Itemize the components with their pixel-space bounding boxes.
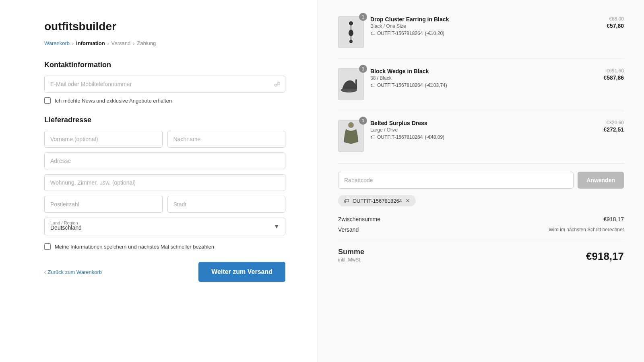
discount-code-2: OUTFIT-1567818264 bbox=[377, 82, 423, 88]
country-wrapper: Land / Region Deutschland ▼ bbox=[44, 218, 285, 235]
newsletter-checkbox[interactable] bbox=[44, 97, 51, 104]
tag-icon-2: 🏷 bbox=[370, 82, 375, 88]
final-price-2: €587,86 bbox=[603, 74, 624, 81]
contact-section-title: Kontaktinformation bbox=[44, 61, 285, 69]
continue-button[interactable]: Weiter zum Versand bbox=[198, 262, 285, 282]
chevron-left-icon: ‹ bbox=[44, 269, 46, 275]
newsletter-label: Ich möchte News und exklusive Angebote e… bbox=[55, 98, 172, 104]
newsletter-row: Ich möchte News und exklusive Angebote e… bbox=[44, 97, 285, 104]
versand-note: Wird im nächsten Schritt berechnet bbox=[549, 227, 624, 232]
order-item: 1 Belted Surplus Dress Large / Olive 🏷 O… bbox=[338, 120, 624, 152]
breadcrumb-sep-1: › bbox=[72, 41, 74, 46]
name-row bbox=[44, 131, 285, 152]
rabatt-input[interactable] bbox=[338, 172, 574, 189]
svg-point-7 bbox=[348, 122, 354, 128]
item-details-1: Drop Cluster Earring in Black Black / On… bbox=[370, 16, 600, 36]
breadcrumb: Warenkorb › Information › Versand › Zahl… bbox=[44, 40, 285, 46]
item-image-earring bbox=[338, 16, 364, 48]
left-panel: outfitsbuilder Warenkorb › Information ›… bbox=[0, 0, 318, 362]
items-container: 1 Drop Cluster Earring in Black Black / … bbox=[338, 16, 624, 152]
lastname-input[interactable] bbox=[167, 131, 286, 148]
breadcrumb-zahlung: Zahlung bbox=[137, 40, 156, 46]
tag-icon-3: 🏷 bbox=[370, 134, 375, 140]
save-info-checkbox[interactable] bbox=[44, 243, 51, 250]
item-prices-1: €68,00 €57,80 bbox=[607, 16, 624, 29]
chevron-down-icon: ▼ bbox=[274, 223, 279, 230]
svg-rect-6 bbox=[355, 79, 357, 89]
address-section-title: Lieferadresse bbox=[44, 116, 285, 124]
discount-amount-2: (-€103,74) bbox=[425, 82, 447, 88]
bottom-actions: ‹ Zurück zum Warenkorb Weiter zum Versan… bbox=[44, 262, 285, 282]
divider-1 bbox=[338, 163, 624, 164]
tag-icon-1: 🏷 bbox=[370, 31, 375, 36]
item-image-dress bbox=[338, 120, 364, 152]
svg-point-0 bbox=[349, 21, 353, 25]
item-badge-2: 1 bbox=[359, 65, 367, 73]
contact-icon: ☍ bbox=[274, 80, 281, 88]
apartment-input[interactable] bbox=[44, 174, 285, 191]
item-prices-2: €691,60 €587,86 bbox=[603, 68, 624, 81]
coupon-code: OUTFIT-1567818264 bbox=[353, 198, 402, 204]
city-input[interactable] bbox=[167, 196, 286, 213]
item-discount-3: 🏷 OUTFIT-1567818264 (-€48,09) bbox=[370, 134, 597, 140]
versand-row: Versand Wird im nächsten Schritt berechn… bbox=[338, 226, 624, 233]
anwenden-button[interactable]: Anwenden bbox=[578, 172, 624, 189]
original-price-3: €320,60 bbox=[603, 120, 624, 125]
discount-code-1: OUTFIT-1567818264 bbox=[377, 31, 423, 36]
right-panel: 1 Drop Cluster Earring in Black Black / … bbox=[318, 0, 644, 362]
breadcrumb-warenkorb[interactable]: Warenkorb bbox=[44, 40, 70, 46]
item-image-wrapper: 1 bbox=[338, 16, 364, 48]
item-badge-3: 1 bbox=[359, 117, 367, 125]
coupon-remove-button[interactable]: ✕ bbox=[405, 198, 410, 204]
back-link[interactable]: ‹ Zurück zum Warenkorb bbox=[44, 269, 102, 275]
original-price-2: €691,60 bbox=[603, 68, 624, 74]
discount-amount-1: (-€10,20) bbox=[425, 31, 444, 36]
zwischensumme-label: Zwischensumme bbox=[338, 216, 380, 222]
coupon-tag: 🏷 OUTFIT-1567818264 ✕ bbox=[338, 195, 416, 206]
final-price-3: €272,51 bbox=[603, 126, 624, 133]
item-details-2: Block Wedge in Black 38 / Black 🏷 OUTFIT… bbox=[370, 68, 597, 88]
item-variant-2: 38 / Black bbox=[370, 75, 597, 81]
order-item: 1 Drop Cluster Earring in Black Black / … bbox=[338, 16, 624, 58]
original-price-1: €68,00 bbox=[607, 16, 624, 22]
final-price-1: €57,80 bbox=[607, 23, 624, 29]
save-info-label: Meine Informationen speichern und nächst… bbox=[55, 244, 214, 250]
total-label-wrapper: Summe inkl. MwSt. bbox=[338, 248, 364, 263]
item-name-2: Block Wedge in Black bbox=[370, 68, 597, 74]
svg-point-2 bbox=[349, 30, 353, 36]
brand-title: outfitsbuilder bbox=[44, 20, 285, 33]
order-item: 1 Block Wedge in Black 38 / Black 🏷 OUTF… bbox=[338, 68, 624, 110]
breadcrumb-versand: Versand bbox=[111, 40, 131, 46]
email-wrapper: ☍ bbox=[44, 76, 285, 93]
summe-sublabel: inkl. MwSt. bbox=[338, 257, 364, 263]
save-info-row: Meine Informationen speichern und nächst… bbox=[44, 243, 285, 250]
item-name-3: Belted Surplus Dress bbox=[370, 120, 597, 126]
summe-value: €918,17 bbox=[586, 250, 624, 263]
breadcrumb-sep-3: › bbox=[133, 41, 134, 46]
country-value: Deutschland bbox=[50, 220, 269, 231]
item-discount-1: 🏷 OUTFIT-1567818264 (-€10,20) bbox=[370, 31, 600, 36]
discount-amount-3: (-€48,09) bbox=[425, 134, 444, 140]
postcode-input[interactable] bbox=[44, 196, 163, 213]
breadcrumb-information[interactable]: Information bbox=[76, 40, 105, 46]
email-input[interactable] bbox=[44, 76, 285, 93]
item-image-wrapper: 1 bbox=[338, 120, 364, 152]
item-discount-2: 🏷 OUTFIT-1567818264 (-€103,74) bbox=[370, 82, 597, 88]
item-name-1: Drop Cluster Earring in Black bbox=[370, 16, 600, 23]
firstname-input[interactable] bbox=[44, 131, 163, 148]
zwischensumme-value: €918,17 bbox=[603, 216, 624, 222]
address-section: Lieferadresse Land / Region Deutschland … bbox=[44, 116, 285, 235]
back-label: Zurück zum Warenkorb bbox=[47, 269, 102, 275]
summe-label: Summe bbox=[338, 248, 364, 256]
total-row: Summe inkl. MwSt. €918,17 bbox=[338, 241, 624, 263]
discount-code-3: OUTFIT-1567818264 bbox=[377, 134, 423, 140]
svg-point-4 bbox=[349, 40, 353, 43]
breadcrumb-sep-2: › bbox=[107, 41, 109, 46]
address-input[interactable] bbox=[44, 152, 285, 169]
item-badge-1: 1 bbox=[359, 13, 367, 21]
item-prices-3: €320,60 €272,51 bbox=[603, 120, 624, 133]
item-image-wrapper: 1 bbox=[338, 68, 364, 100]
versand-label: Versand bbox=[338, 226, 359, 233]
item-image-shoe bbox=[338, 68, 364, 100]
item-variant-1: Black / One Size bbox=[370, 23, 600, 29]
